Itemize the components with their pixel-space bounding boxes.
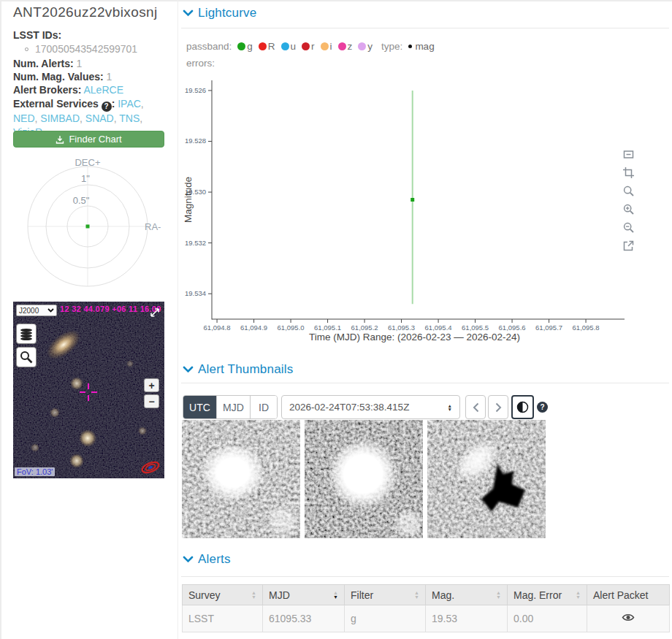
external-service-link-ned[interactable]: NED bbox=[13, 112, 35, 124]
x-tick-label: 61,095.3 bbox=[388, 324, 415, 332]
x-tick-label: 61,094.9 bbox=[240, 324, 267, 332]
zoom-icon[interactable] bbox=[623, 185, 634, 196]
zoom-in-button[interactable]: + bbox=[144, 378, 159, 392]
passband-letter: i bbox=[330, 41, 332, 52]
thumbnails-section-header[interactable]: Alert Thumbnails bbox=[183, 362, 293, 377]
layers-icon bbox=[19, 326, 34, 341]
cell-filter: g bbox=[345, 605, 426, 632]
utc-button[interactable]: UTC bbox=[183, 396, 217, 418]
zoom-out-icon[interactable] bbox=[623, 222, 634, 233]
chevron-down-icon bbox=[183, 556, 194, 563]
zoom-in-icon[interactable] bbox=[623, 204, 634, 215]
selected-time-value: 2026-02-24T07:53:38.415Z bbox=[289, 402, 409, 413]
alert-time-select[interactable]: 2026-02-24T07:53:38.415Z ▲▼ bbox=[281, 395, 460, 419]
type-value[interactable]: mag bbox=[415, 41, 434, 52]
alert-broker-link[interactable]: ALeRCE bbox=[84, 84, 123, 96]
radar-target-dot bbox=[86, 225, 90, 229]
external-services-label: External Services bbox=[13, 98, 99, 110]
column-header-filter[interactable]: Filter▲▼ bbox=[345, 585, 426, 605]
snapshot-icon[interactable] bbox=[623, 149, 634, 160]
layers-button[interactable] bbox=[16, 324, 37, 344]
sort-arrows-icon: ▲▼ bbox=[414, 591, 419, 600]
column-header-survey[interactable]: Survey▲▼ bbox=[183, 585, 263, 605]
radar-dec-label: DEC+ bbox=[75, 158, 100, 168]
open-external-icon[interactable] bbox=[623, 240, 634, 251]
passband-letter: R bbox=[268, 41, 275, 52]
num-mag-row: Num. Mag. Values: 1 bbox=[13, 70, 168, 84]
main-content: Lightcurve passband: gRurizy type: mag e… bbox=[181, 0, 669, 639]
x-tick-label: 61,095.4 bbox=[425, 324, 452, 332]
lightcurve-plot[interactable]: 61,094.861,094.961,095.061,095.161,095.2… bbox=[181, 73, 669, 351]
passband-toggle-z[interactable]: z bbox=[338, 41, 353, 52]
external-service-link-simbad[interactable]: SIMBAD bbox=[40, 112, 80, 124]
lightcurve-section-header[interactable]: Lightcurve bbox=[183, 6, 256, 20]
passband-letter: z bbox=[348, 41, 353, 52]
section-divider bbox=[181, 576, 669, 577]
x-tick-label: 61,095.0 bbox=[278, 324, 305, 332]
alerts-section-header[interactable]: Alerts bbox=[183, 552, 231, 567]
type-mag-dot-icon bbox=[408, 45, 412, 48]
x-tick-label: 61,095.5 bbox=[462, 324, 489, 332]
passband-toggle-g[interactable]: g bbox=[237, 41, 253, 52]
external-service-link-tns[interactable]: TNS bbox=[119, 112, 140, 124]
aladin-sky-viewer[interactable]: J2000 12 32 44.079 +06 11 16.09 + − FoV:… bbox=[13, 302, 164, 478]
previous-alert-button[interactable] bbox=[465, 395, 486, 419]
y-tick-label: 19.526 bbox=[185, 86, 206, 94]
passband-toggle-u[interactable]: u bbox=[281, 41, 297, 52]
cell-mag: 19.53 bbox=[426, 605, 508, 632]
fullscreen-icon[interactable] bbox=[148, 306, 161, 319]
column-header-mag[interactable]: Mag.▲▼ bbox=[426, 585, 508, 605]
passband-dot-icon bbox=[321, 42, 329, 50]
passband-toggle-i[interactable]: i bbox=[321, 41, 332, 52]
plot-modebar bbox=[623, 149, 634, 251]
chevron-right-icon bbox=[495, 402, 502, 413]
thumbnails-title: Alert Thumbnails bbox=[198, 362, 293, 377]
next-alert-button[interactable] bbox=[488, 395, 508, 419]
column-label: MJD bbox=[269, 589, 290, 601]
radar-ring-halfarcsec-label: 0.5" bbox=[73, 195, 90, 206]
help-circle-icon[interactable]: ? bbox=[102, 102, 112, 112]
lsst-id-value: 170050543542599701 bbox=[35, 43, 137, 55]
alert-brokers-label: Alert Brokers: bbox=[13, 84, 81, 96]
zoom-out-button[interactable]: − bbox=[144, 394, 159, 408]
contrast-toggle-button[interactable] bbox=[511, 395, 534, 419]
x-tick-label: 61,095.7 bbox=[535, 324, 562, 332]
box-select-icon[interactable] bbox=[623, 167, 634, 178]
column-label: Alert Packet bbox=[593, 589, 648, 601]
x-axis-title: Time (MJD) Range: (2026-02-23 — 2026-02-… bbox=[309, 332, 520, 343]
section-divider bbox=[181, 383, 669, 383]
lightcurve-title: Lightcurve bbox=[198, 6, 256, 20]
lsst-ids-row: LSST IDs: bbox=[13, 28, 168, 42]
id-button[interactable]: ID bbox=[251, 396, 277, 418]
eye-icon[interactable] bbox=[622, 613, 635, 622]
num-alerts-row: Num. Alerts: 1 bbox=[13, 57, 168, 71]
chevron-left-icon bbox=[473, 402, 479, 413]
data-point[interactable] bbox=[411, 198, 414, 202]
passband-toggle-R[interactable]: R bbox=[259, 41, 275, 52]
column-label: Survey bbox=[188, 589, 221, 601]
thumbnails-help-icon[interactable]: ? bbox=[537, 402, 548, 413]
x-tick-label: 61,095.8 bbox=[573, 324, 600, 332]
search-icon bbox=[19, 350, 34, 364]
passband-toggle-y[interactable]: y bbox=[358, 41, 373, 52]
external-service-link-snad[interactable]: SNAD bbox=[85, 112, 114, 124]
passband-letter: g bbox=[247, 41, 253, 52]
column-header-mag-error[interactable]: Mag. Error▲▼ bbox=[508, 585, 587, 605]
cell-mjd: 61095.33 bbox=[263, 605, 345, 632]
x-tick-label: 61,095.2 bbox=[351, 324, 378, 332]
sort-arrows-icon: ▲▼ bbox=[251, 591, 256, 600]
column-header-mjd[interactable]: MJD▲▼ bbox=[263, 585, 345, 605]
column-header-alert-packet: Alert Packet bbox=[587, 585, 670, 605]
y-tick-label: 19.532 bbox=[185, 239, 206, 247]
offset-radar-chart: DEC+ RA- 1" 0.5" bbox=[18, 158, 164, 296]
x-tick-label: 61,095.1 bbox=[314, 324, 341, 332]
coordinate-frame-select[interactable]: J2000 bbox=[16, 305, 57, 316]
finder-chart-button[interactable]: Finder Chart bbox=[13, 131, 164, 148]
finder-chart-label: Finder Chart bbox=[69, 134, 121, 145]
frame-value: J2000 bbox=[19, 307, 39, 315]
passband-toggle-r[interactable]: r bbox=[302, 41, 315, 52]
mjd-button[interactable]: MJD bbox=[217, 396, 251, 418]
search-button[interactable] bbox=[16, 347, 37, 367]
external-service-link-ipac[interactable]: IPAC bbox=[118, 98, 141, 110]
passband-dot-icon bbox=[338, 42, 346, 50]
